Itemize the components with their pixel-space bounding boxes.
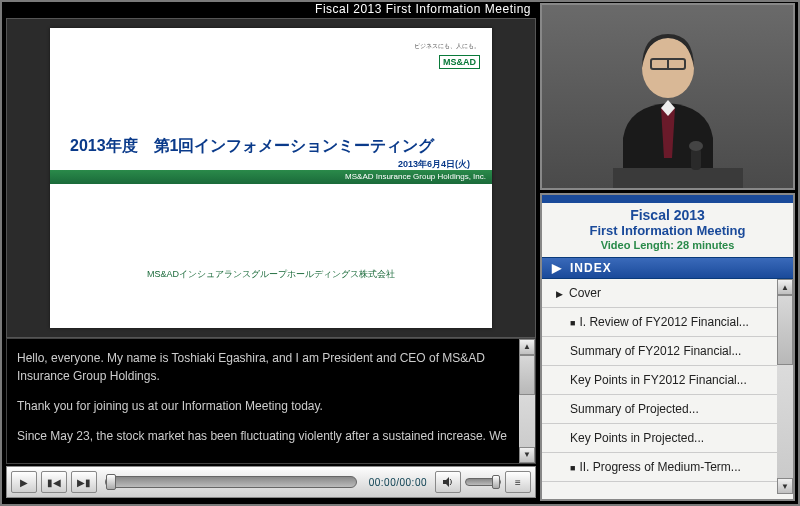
toc-list: Cover I. Review of FY2012 Financial... S… bbox=[542, 279, 793, 494]
scroll-thumb[interactable] bbox=[777, 295, 793, 365]
speaker-icon bbox=[442, 476, 454, 488]
slide-title: 2013年度 第1回インフォメーションミーティング bbox=[70, 136, 470, 157]
toc-item-review[interactable]: I. Review of FY2012 Financial... bbox=[542, 308, 793, 337]
volume-slider[interactable] bbox=[465, 478, 501, 486]
play-button[interactable]: ▶ bbox=[11, 471, 37, 493]
toc-scrollbar[interactable]: ▲ ▼ bbox=[777, 279, 793, 494]
video-length: Video Length: 28 minutes bbox=[544, 239, 791, 251]
presenter-icon bbox=[593, 18, 743, 188]
time-display: 00:00/00:00 bbox=[369, 477, 427, 488]
info-title-2: First Information Meeting bbox=[544, 223, 791, 238]
toc-item-summary-proj[interactable]: Summary of Projected... bbox=[542, 395, 793, 424]
logo-tagline: ビジネスにも、人にも。 bbox=[414, 42, 480, 51]
scroll-down-icon[interactable]: ▼ bbox=[777, 478, 793, 494]
info-panel: Fiscal 2013 First Information Meeting Vi… bbox=[540, 193, 795, 501]
volume-button[interactable] bbox=[435, 471, 461, 493]
seek-knob[interactable] bbox=[106, 474, 116, 490]
svg-rect-4 bbox=[613, 168, 743, 188]
transcript-line: Hello, everyone. My name is Toshiaki Ega… bbox=[17, 349, 517, 385]
index-label: INDEX bbox=[570, 261, 612, 275]
player-bar: ▶ ▮◀ ▶▮ 00:00/00:00 ≡ bbox=[6, 466, 536, 498]
transcript-line: Since May 23, the stock market has been … bbox=[17, 427, 517, 445]
toc-item-keypoints-2012[interactable]: Key Points in FY2012 Financial... bbox=[542, 366, 793, 395]
scroll-up-icon[interactable]: ▲ bbox=[777, 279, 793, 295]
index-header[interactable]: ▶ INDEX bbox=[542, 257, 793, 279]
transcript-line: Thank you for joining us at our Informat… bbox=[17, 397, 517, 415]
play-icon: ▶ bbox=[552, 261, 562, 275]
info-title-1: Fiscal 2013 bbox=[544, 207, 791, 223]
next-button[interactable]: ▶▮ bbox=[71, 471, 97, 493]
window-title: Fiscal 2013 First Information Meeting bbox=[3, 0, 539, 18]
toc-item-keypoints-proj[interactable]: Key Points in Projected... bbox=[542, 424, 793, 453]
seek-slider[interactable] bbox=[105, 476, 357, 488]
scroll-down-icon[interactable]: ▼ bbox=[519, 447, 535, 463]
info-top-bar bbox=[542, 195, 793, 203]
toc-item-progress[interactable]: II. Progress of Medium-Term... bbox=[542, 453, 793, 482]
svg-rect-5 bbox=[691, 148, 701, 170]
scroll-thumb[interactable] bbox=[519, 355, 535, 395]
video-panel bbox=[540, 3, 795, 190]
toc-item-cover[interactable]: Cover bbox=[542, 279, 793, 308]
info-header: Fiscal 2013 First Information Meeting Vi… bbox=[542, 203, 793, 257]
slide: ビジネスにも、人にも。 MS&AD 2013年度 第1回インフォメーションミーテ… bbox=[50, 28, 492, 328]
slide-area: ビジネスにも、人にも。 MS&AD 2013年度 第1回インフォメーションミーテ… bbox=[6, 18, 536, 338]
transcript-scrollbar[interactable]: ▲ ▼ bbox=[519, 339, 535, 463]
svg-point-6 bbox=[689, 141, 703, 151]
svg-marker-0 bbox=[443, 477, 449, 487]
toc-item-summary-2012[interactable]: Summary of FY2012 Financial... bbox=[542, 337, 793, 366]
slide-company: MS&ADインシュアランスグループホールディングス株式会社 bbox=[50, 268, 492, 281]
video-frame bbox=[542, 5, 793, 188]
scroll-up-icon[interactable]: ▲ bbox=[519, 339, 535, 355]
transcript-panel: Hello, everyone. My name is Toshiaki Ega… bbox=[6, 338, 536, 464]
slide-band: MS&AD Insurance Group Holdings, Inc. bbox=[50, 170, 492, 184]
menu-button[interactable]: ≡ bbox=[505, 471, 531, 493]
logo-text: MS&AD bbox=[439, 55, 480, 69]
prev-button[interactable]: ▮◀ bbox=[41, 471, 67, 493]
volume-knob[interactable] bbox=[492, 475, 500, 489]
slide-logo: ビジネスにも、人にも。 MS&AD bbox=[414, 42, 480, 69]
